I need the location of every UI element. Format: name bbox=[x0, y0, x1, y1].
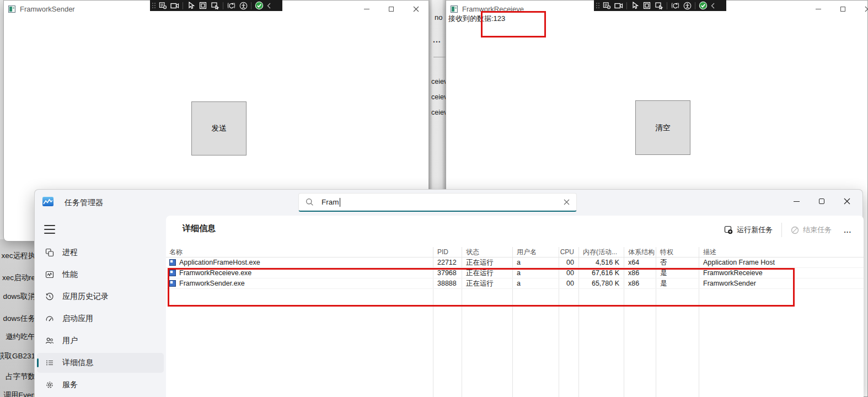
maximize-button[interactable] bbox=[831, 1, 855, 17]
close-button[interactable] bbox=[834, 192, 860, 211]
close-icon bbox=[413, 6, 419, 12]
search-value: Fram bbox=[322, 198, 339, 206]
collapse-chevron-icon[interactable] bbox=[710, 1, 715, 10]
sidebar-item-startup-apps[interactable]: 启动应用 bbox=[37, 309, 164, 329]
maximize-button[interactable] bbox=[809, 192, 834, 211]
background-list-item: xec远程执 bbox=[1, 251, 35, 261]
frame-icon[interactable] bbox=[197, 1, 208, 10]
annotation-box-processes bbox=[168, 268, 795, 307]
process-name: ApplicationFrameHost.exe bbox=[179, 259, 260, 266]
capture-toolbar-receiver bbox=[594, 0, 726, 11]
process-pid: 22712 bbox=[433, 257, 462, 267]
gap-more-fragment: ... bbox=[433, 35, 441, 44]
annotation-box-received bbox=[481, 11, 546, 37]
desktop: xec远程执 xec启动re dows取消 dows任务 邀约吃午 获取GB23… bbox=[0, 0, 868, 397]
clear-button[interactable]: 清空 bbox=[635, 100, 690, 155]
background-list-item: xec启动re bbox=[2, 273, 35, 283]
startup-icon bbox=[45, 314, 54, 324]
camera-icon[interactable] bbox=[169, 1, 180, 10]
column-header-name[interactable]: 名称 bbox=[166, 247, 433, 257]
close-icon bbox=[865, 6, 868, 12]
more-options-button[interactable]: ... bbox=[838, 226, 857, 234]
confirm-check-icon[interactable] bbox=[254, 1, 265, 10]
maximize-icon bbox=[819, 198, 824, 204]
sender-window-controls bbox=[354, 1, 428, 17]
gap-text-fragment: no bbox=[435, 13, 442, 22]
end-task-icon bbox=[791, 226, 799, 234]
minimize-button[interactable] bbox=[784, 192, 809, 211]
sidebar-item-services[interactable]: 服务 bbox=[37, 375, 164, 395]
camera-icon[interactable] bbox=[613, 1, 624, 10]
minimize-icon bbox=[816, 9, 821, 9]
column-header-status[interactable]: 状态 bbox=[462, 247, 512, 257]
navigation-menu-button[interactable] bbox=[44, 224, 56, 235]
task-manager-app-icon bbox=[42, 197, 53, 206]
sidebar-item-label: 用户 bbox=[62, 336, 78, 346]
column-header-description[interactable]: 描述 bbox=[699, 247, 864, 257]
sidebar-item-app-history[interactable]: 应用历史记录 bbox=[37, 287, 164, 307]
sidebar-item-label: 启动应用 bbox=[62, 314, 93, 324]
background-list-item: dows取消 bbox=[3, 292, 35, 302]
accessibility-icon[interactable] bbox=[682, 1, 693, 10]
background-list-item: 调用Even bbox=[3, 390, 35, 397]
refresh-icon[interactable] bbox=[226, 1, 237, 10]
column-header-pid[interactable]: PID bbox=[433, 247, 462, 257]
send-button[interactable]: 发送 bbox=[191, 101, 247, 155]
column-header-cpu[interactable]: CPU bbox=[559, 247, 578, 257]
column-header-architecture[interactable]: 体系结构 bbox=[624, 247, 656, 257]
cursor-icon[interactable] bbox=[185, 1, 196, 10]
panel-settings-icon[interactable] bbox=[601, 1, 612, 10]
minimize-button[interactable] bbox=[354, 1, 379, 17]
frame-icon[interactable] bbox=[641, 1, 652, 10]
selection-accent-bar bbox=[37, 358, 39, 367]
sidebar-item-processes[interactable]: 进程 bbox=[37, 243, 164, 262]
minimize-button[interactable] bbox=[806, 1, 831, 17]
table-row[interactable]: ApplicationFrameHost.exe 22712 正在运行 a 00… bbox=[166, 257, 864, 268]
search-input[interactable]: Fram bbox=[298, 193, 577, 212]
page-title: 详细信息 bbox=[183, 223, 216, 234]
sender-app-icon bbox=[8, 6, 15, 13]
gap-list-item: ceiev bbox=[431, 109, 447, 116]
receiver-app-icon bbox=[451, 6, 458, 13]
clear-icon bbox=[564, 199, 570, 205]
minimize-icon bbox=[794, 201, 800, 202]
grip-icon bbox=[152, 1, 156, 10]
cursor-icon[interactable] bbox=[629, 1, 640, 10]
sidebar-item-users[interactable]: 用户 bbox=[37, 331, 164, 351]
processes-icon bbox=[45, 248, 54, 257]
close-button[interactable] bbox=[855, 1, 868, 17]
column-header-memory[interactable]: 内存(活动... bbox=[578, 247, 624, 257]
sidebar-item-details[interactable]: 详细信息 bbox=[37, 353, 164, 373]
accessibility-icon[interactable] bbox=[238, 1, 249, 10]
region-cursor-icon[interactable] bbox=[210, 1, 221, 10]
task-manager-title: 任务管理器 bbox=[65, 198, 103, 208]
background-list-item: 获取GB231 bbox=[0, 351, 35, 361]
text-caret bbox=[340, 198, 340, 207]
refresh-icon[interactable] bbox=[669, 1, 681, 10]
background-list-item: 占字节数 bbox=[6, 372, 35, 382]
process-cpu: 00 bbox=[559, 257, 578, 267]
process-icon bbox=[169, 259, 176, 266]
panel-settings-icon[interactable] bbox=[157, 1, 168, 10]
region-cursor-icon[interactable] bbox=[653, 1, 665, 10]
toolbar-separator bbox=[183, 2, 183, 9]
search-clear-button[interactable] bbox=[564, 199, 570, 205]
close-button[interactable] bbox=[404, 1, 428, 17]
sidebar-item-performance[interactable]: 性能 bbox=[37, 265, 164, 285]
gap-divider bbox=[433, 57, 446, 57]
confirm-check-icon[interactable] bbox=[698, 1, 709, 10]
gap-list-item: ceiev bbox=[431, 78, 447, 85]
end-task-button[interactable]: 结束任务 bbox=[784, 222, 838, 238]
maximize-button[interactable] bbox=[379, 1, 404, 17]
process-status: 正在运行 bbox=[462, 257, 512, 267]
collapse-chevron-icon[interactable] bbox=[266, 1, 271, 10]
close-icon bbox=[844, 198, 850, 205]
run-new-task-button[interactable]: 运行新任务 bbox=[717, 222, 779, 238]
performance-icon bbox=[45, 270, 54, 280]
details-icon bbox=[45, 358, 54, 368]
column-header-user[interactable]: 用户名 bbox=[512, 247, 559, 257]
column-header-elevated[interactable]: 特权 bbox=[656, 247, 699, 257]
toolbar-separator bbox=[626, 2, 627, 9]
toolbar-separator bbox=[251, 2, 251, 9]
background-window-left-strip: xec远程执 xec启动re dows取消 dows任务 邀约吃午 获取GB23… bbox=[0, 239, 36, 397]
